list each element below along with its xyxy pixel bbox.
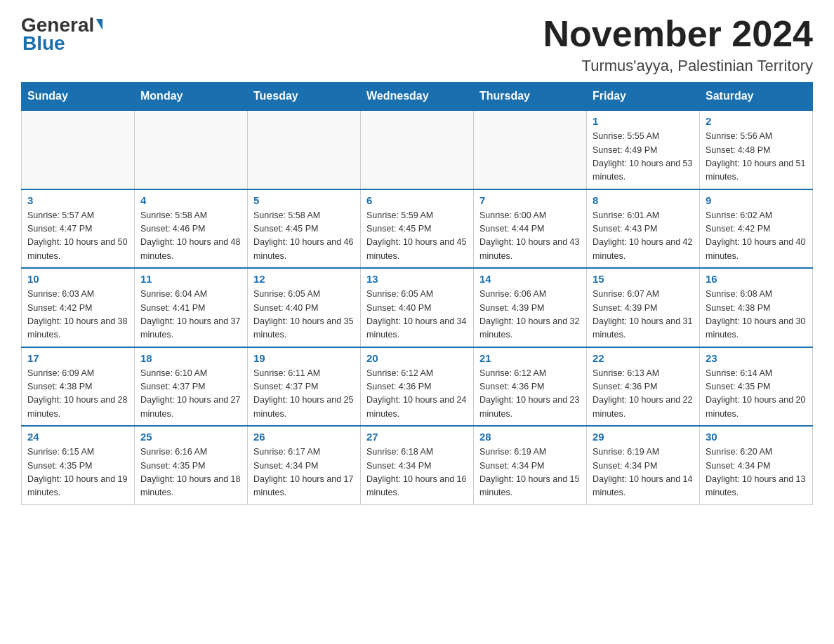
calendar-cell: 16Sunrise: 6:08 AMSunset: 4:38 PMDayligh… bbox=[700, 268, 813, 347]
day-number: 16 bbox=[706, 273, 807, 285]
day-number: 27 bbox=[366, 431, 468, 443]
calendar-cell: 26Sunrise: 6:17 AMSunset: 4:34 PMDayligh… bbox=[248, 426, 361, 504]
calendar-cell: 20Sunrise: 6:12 AMSunset: 4:36 PMDayligh… bbox=[361, 347, 474, 427]
calendar-cell: 4Sunrise: 5:58 AMSunset: 4:46 PMDaylight… bbox=[135, 189, 248, 269]
page-header: General Blue November 2024 Turmus'ayya, … bbox=[21, 14, 813, 75]
calendar-cell: 10Sunrise: 6:03 AMSunset: 4:42 PMDayligh… bbox=[22, 268, 135, 347]
calendar-cell: 5Sunrise: 5:58 AMSunset: 4:45 PMDaylight… bbox=[248, 189, 361, 269]
calendar-cell: 6Sunrise: 5:59 AMSunset: 4:45 PMDaylight… bbox=[361, 189, 474, 269]
calendar-week-5: 24Sunrise: 6:15 AMSunset: 4:35 PMDayligh… bbox=[22, 426, 813, 504]
calendar-cell: 1Sunrise: 5:55 AMSunset: 4:49 PMDaylight… bbox=[587, 110, 700, 189]
day-number: 13 bbox=[366, 273, 468, 285]
day-number: 21 bbox=[479, 352, 581, 364]
calendar-cell: 27Sunrise: 6:18 AMSunset: 4:34 PMDayligh… bbox=[361, 426, 474, 504]
day-number: 22 bbox=[593, 352, 694, 364]
day-number: 24 bbox=[27, 431, 128, 443]
day-info: Sunrise: 6:05 AMSunset: 4:40 PMDaylight:… bbox=[366, 288, 468, 342]
day-number: 19 bbox=[253, 352, 355, 364]
day-info: Sunrise: 5:57 AMSunset: 4:47 PMDaylight:… bbox=[27, 209, 128, 264]
day-number: 7 bbox=[479, 194, 581, 206]
calendar-cell: 21Sunrise: 6:12 AMSunset: 4:36 PMDayligh… bbox=[474, 347, 587, 427]
day-info: Sunrise: 6:11 AMSunset: 4:37 PMDaylight:… bbox=[253, 367, 355, 422]
calendar-cell: 13Sunrise: 6:05 AMSunset: 4:40 PMDayligh… bbox=[361, 268, 474, 347]
day-info: Sunrise: 6:17 AMSunset: 4:34 PMDaylight:… bbox=[253, 445, 355, 500]
calendar-cell: 11Sunrise: 6:04 AMSunset: 4:41 PMDayligh… bbox=[135, 268, 248, 347]
day-number: 4 bbox=[140, 194, 241, 206]
calendar-cell: 17Sunrise: 6:09 AMSunset: 4:38 PMDayligh… bbox=[22, 347, 135, 427]
day-number: 6 bbox=[366, 194, 468, 206]
calendar-cell: 12Sunrise: 6:05 AMSunset: 4:40 PMDayligh… bbox=[248, 268, 361, 347]
calendar-cell: 30Sunrise: 6:20 AMSunset: 4:34 PMDayligh… bbox=[700, 426, 813, 504]
day-info: Sunrise: 6:12 AMSunset: 4:36 PMDaylight:… bbox=[479, 367, 581, 422]
day-info: Sunrise: 6:09 AMSunset: 4:38 PMDaylight:… bbox=[27, 367, 128, 422]
calendar-cell: 18Sunrise: 6:10 AMSunset: 4:37 PMDayligh… bbox=[135, 347, 248, 427]
day-number: 5 bbox=[253, 194, 355, 206]
day-info: Sunrise: 6:19 AMSunset: 4:34 PMDaylight:… bbox=[479, 445, 581, 500]
calendar-table: SundayMondayTuesdayWednesdayThursdayFrid… bbox=[21, 82, 813, 505]
day-number: 10 bbox=[27, 273, 128, 285]
day-number: 17 bbox=[27, 352, 128, 364]
day-info: Sunrise: 6:19 AMSunset: 4:34 PMDaylight:… bbox=[593, 445, 694, 500]
day-number: 12 bbox=[253, 273, 355, 285]
day-number: 3 bbox=[27, 194, 128, 206]
day-info: Sunrise: 6:02 AMSunset: 4:42 PMDaylight:… bbox=[706, 209, 807, 264]
day-number: 28 bbox=[479, 431, 581, 443]
day-info: Sunrise: 6:03 AMSunset: 4:42 PMDaylight:… bbox=[27, 288, 128, 342]
calendar-week-4: 17Sunrise: 6:09 AMSunset: 4:38 PMDayligh… bbox=[22, 347, 813, 427]
location-subtitle: Turmus'ayya, Palestinian Territory bbox=[543, 57, 813, 75]
day-info: Sunrise: 6:16 AMSunset: 4:35 PMDaylight:… bbox=[140, 445, 241, 500]
day-number: 20 bbox=[366, 352, 468, 364]
day-info: Sunrise: 6:18 AMSunset: 4:34 PMDaylight:… bbox=[366, 445, 468, 500]
day-number: 14 bbox=[479, 273, 581, 285]
calendar-cell bbox=[22, 110, 135, 189]
day-number: 9 bbox=[706, 194, 807, 206]
calendar-cell: 28Sunrise: 6:19 AMSunset: 4:34 PMDayligh… bbox=[474, 426, 587, 504]
day-number: 1 bbox=[593, 115, 694, 127]
calendar-cell: 9Sunrise: 6:02 AMSunset: 4:42 PMDaylight… bbox=[700, 189, 813, 269]
weekday-header-sunday: Sunday bbox=[22, 83, 135, 111]
calendar-week-3: 10Sunrise: 6:03 AMSunset: 4:42 PMDayligh… bbox=[22, 268, 813, 347]
calendar-cell: 29Sunrise: 6:19 AMSunset: 4:34 PMDayligh… bbox=[587, 426, 700, 504]
day-number: 2 bbox=[706, 115, 807, 127]
day-number: 23 bbox=[706, 352, 807, 364]
day-number: 25 bbox=[140, 431, 241, 443]
calendar-week-1: 1Sunrise: 5:55 AMSunset: 4:49 PMDaylight… bbox=[22, 110, 813, 189]
day-info: Sunrise: 6:12 AMSunset: 4:36 PMDaylight:… bbox=[366, 367, 468, 422]
day-info: Sunrise: 6:14 AMSunset: 4:35 PMDaylight:… bbox=[706, 367, 807, 422]
day-info: Sunrise: 6:13 AMSunset: 4:36 PMDaylight:… bbox=[593, 367, 694, 422]
calendar-cell: 15Sunrise: 6:07 AMSunset: 4:39 PMDayligh… bbox=[587, 268, 700, 347]
title-area: November 2024 Turmus'ayya, Palestinian T… bbox=[543, 14, 813, 75]
calendar-cell: 7Sunrise: 6:00 AMSunset: 4:44 PMDaylight… bbox=[474, 189, 587, 269]
weekday-header-friday: Friday bbox=[587, 83, 700, 111]
day-number: 8 bbox=[593, 194, 694, 206]
day-info: Sunrise: 6:00 AMSunset: 4:44 PMDaylight:… bbox=[479, 209, 581, 264]
day-info: Sunrise: 5:58 AMSunset: 4:46 PMDaylight:… bbox=[140, 209, 241, 264]
day-info: Sunrise: 6:01 AMSunset: 4:43 PMDaylight:… bbox=[593, 209, 694, 264]
month-title: November 2024 bbox=[543, 14, 813, 54]
day-number: 15 bbox=[593, 273, 694, 285]
calendar-cell bbox=[248, 110, 361, 189]
day-info: Sunrise: 5:55 AMSunset: 4:49 PMDaylight:… bbox=[593, 130, 694, 185]
day-info: Sunrise: 6:15 AMSunset: 4:35 PMDaylight:… bbox=[27, 445, 128, 500]
day-info: Sunrise: 5:59 AMSunset: 4:45 PMDaylight:… bbox=[366, 209, 468, 264]
day-info: Sunrise: 6:06 AMSunset: 4:39 PMDaylight:… bbox=[479, 288, 581, 342]
calendar-cell: 3Sunrise: 5:57 AMSunset: 4:47 PMDaylight… bbox=[22, 189, 135, 269]
calendar-cell bbox=[474, 110, 587, 189]
calendar-cell: 2Sunrise: 5:56 AMSunset: 4:48 PMDaylight… bbox=[700, 110, 813, 189]
calendar-header-row: SundayMondayTuesdayWednesdayThursdayFrid… bbox=[22, 83, 813, 111]
calendar-week-2: 3Sunrise: 5:57 AMSunset: 4:47 PMDaylight… bbox=[22, 189, 813, 269]
day-number: 26 bbox=[253, 431, 355, 443]
calendar-cell: 8Sunrise: 6:01 AMSunset: 4:43 PMDaylight… bbox=[587, 189, 700, 269]
day-number: 18 bbox=[140, 352, 241, 364]
calendar-cell: 14Sunrise: 6:06 AMSunset: 4:39 PMDayligh… bbox=[474, 268, 587, 347]
weekday-header-thursday: Thursday bbox=[474, 83, 587, 111]
logo-triangle-icon bbox=[96, 19, 102, 30]
calendar-cell: 25Sunrise: 6:16 AMSunset: 4:35 PMDayligh… bbox=[135, 426, 248, 504]
weekday-header-saturday: Saturday bbox=[700, 83, 813, 111]
day-info: Sunrise: 6:08 AMSunset: 4:38 PMDaylight:… bbox=[706, 288, 807, 342]
calendar-cell: 24Sunrise: 6:15 AMSunset: 4:35 PMDayligh… bbox=[22, 426, 135, 504]
day-info: Sunrise: 6:20 AMSunset: 4:34 PMDaylight:… bbox=[706, 445, 807, 500]
day-info: Sunrise: 6:05 AMSunset: 4:40 PMDaylight:… bbox=[253, 288, 355, 342]
weekday-header-tuesday: Tuesday bbox=[248, 83, 361, 111]
day-info: Sunrise: 5:56 AMSunset: 4:48 PMDaylight:… bbox=[706, 130, 807, 185]
